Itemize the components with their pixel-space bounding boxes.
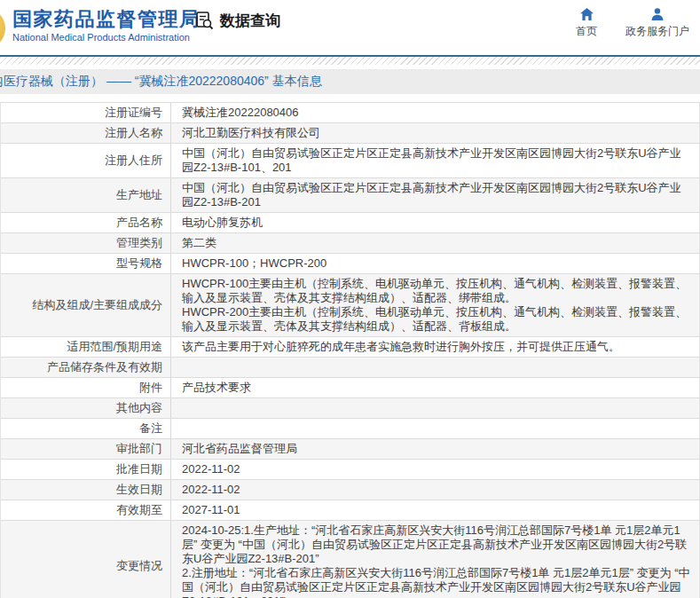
table-row: 有效期至2027-11-01 [1,500,699,521]
agency-title-cn: 国家药品监督管理局 [12,6,201,33]
row-label: 生产地址 [1,178,171,212]
user-icon [650,7,665,21]
row-label-text: 生产地址 [116,188,162,202]
row-label: 备注 [1,419,171,438]
row-label: 其他内容 [1,398,171,418]
row-value: 第二类 [171,233,699,253]
row-label: 注册证编号 [1,103,171,122]
breadcrumb-text: 内医疗器械（注册） —— “冀械注准20222080406” 基本信息 [0,74,322,90]
row-label-text: 注册人住所 [105,153,162,168]
row-label-text: 注册人名称 [105,126,162,140]
row-label-text: 有效期至 [116,503,162,517]
table-row: 注册证编号冀械注准20222080406 [1,103,699,123]
row-label: 审批部门 [1,439,171,459]
row-value: 中国（河北）自由贸易试验区正定片区正定县高新技术产业开发区南区园博园大街2号联东… [171,144,699,177]
row-value: 河北卫勤医疗科技有限公司 [171,123,699,143]
info-table: 注册证编号冀械注准20222080406注册人名称河北卫勤医疗科技有限公司注册人… [0,102,700,598]
nav-home-label: 首页 [576,24,597,39]
table-row: 结构及组成/主要组成成分HWCPR-100主要由主机（控制系统、电机驱动单元、按… [1,274,699,337]
row-label-text: 其他内容 [116,401,162,415]
hatch-pattern-band [0,57,700,65]
breadcrumb: 内医疗器械（注册） —— “冀械注准20222080406” 基本信息 [0,69,700,94]
row-label: 结构及组成/主要组成成分 [1,274,171,336]
row-label-text: 附件 [139,381,162,395]
table-row: 注册人住所中国（河北）自由贸易试验区正定片区正定县高新技术产业开发区南区园博园大… [1,144,699,178]
nav-portal[interactable]: 政务服务门户 [625,7,689,39]
row-value: 冀械注准20222080406 [171,103,699,122]
row-value: 2027-11-01 [171,500,699,520]
row-label-text: 审批部门 [116,442,162,456]
row-value: 河北省药品监督管理局 [171,439,699,459]
document-search-icon [193,10,215,31]
table-row: 其他内容 [1,398,699,419]
top-nav: 首页 政务服务门户 [570,7,689,39]
row-label: 产品储存条件及有效期 [1,358,171,377]
row-value: HWCPR-100主要由主机（控制系统、电机驱动单元、按压机构、通气机构、检测装… [171,274,699,336]
row-label: 产品名称 [1,213,171,232]
row-label: 生效日期 [1,480,171,500]
nav-home[interactable]: 首页 [570,7,602,39]
row-value: 2022-11-02 [171,460,699,479]
data-query-entry[interactable]: 数据查询 [193,10,280,31]
site-header: 国家药品监督管理局 National Medical Products Admi… [0,0,700,55]
data-query-label: 数据查询 [220,11,280,31]
table-row: 注册人名称河北卫勤医疗科技有限公司 [1,123,699,144]
row-value [171,358,699,377]
row-value: 2022-11-02 [171,480,699,500]
table-row: 生产地址中国（河北）自由贸易试验区正定片区正定县高新技术产业开发区南区园博园大街… [1,178,699,213]
row-label: 变更情况 [1,521,171,598]
table-row: 型号规格HWCPR-100；HWCPR-200 [1,254,699,274]
row-label-text: 适用范围/预期用途 [67,340,162,354]
agency-emblem-icon [0,8,5,49]
table-row: 附件产品技术要求 [1,378,699,398]
row-value [171,398,699,418]
row-label-text: 产品名称 [116,216,162,230]
row-value [171,419,699,438]
row-label: 适用范围/预期用途 [1,337,171,357]
row-value: 产品技术要求 [171,378,699,397]
table-row: 生效日期2022-11-02 [1,480,699,500]
table-row: 管理类别第二类 [1,233,699,254]
row-value: 中国（河北）自由贸易试验区正定片区正定县高新技术产业开发区南区园博园大街2号联东… [171,178,699,212]
table-row: 适用范围/预期用途该产品主要用于对心脏猝死的成年患者实施急救时进行胸外按压，并可… [1,337,699,358]
row-label-text: 注册证编号 [105,106,162,120]
row-label-text: 生效日期 [116,483,162,497]
row-label-text: 批准日期 [116,462,162,476]
row-label: 有效期至 [1,500,171,520]
nav-portal-label: 政务服务门户 [625,24,689,39]
row-label: 注册人住所 [1,144,171,177]
row-label: 管理类别 [1,233,171,253]
row-label-text: 管理类别 [116,236,162,250]
row-label-text: 结构及组成/主要组成成分 [32,298,162,312]
row-label-text: 变更情况 [116,559,162,573]
table-row: 审批部门河北省药品监督管理局 [1,439,699,460]
row-label-text: 型号规格 [116,256,162,271]
home-icon [579,7,594,21]
agency-title-en: National Medical Products Administration [12,32,190,43]
table-row: 产品名称电动心肺复苏机 [1,213,699,233]
row-label: 批准日期 [1,460,171,479]
table-row: 备注 [1,419,699,439]
row-value: 2024-10-25:1.生产地址：“河北省石家庄高新区兴安大街116号润江总部… [171,521,699,598]
row-label: 注册人名称 [1,123,171,143]
row-value: HWCPR-100；HWCPR-200 [171,254,699,273]
row-label: 附件 [1,378,171,397]
table-row: 批准日期2022-11-02 [1,460,699,480]
row-label: 型号规格 [1,254,171,273]
row-value: 该产品主要用于对心脏猝死的成年患者实施急救时进行胸外按压，并可提供正压通气。 [171,337,699,357]
spacer [0,94,700,102]
table-row: 产品储存条件及有效期 [1,358,699,378]
row-label-text: 备注 [139,421,162,436]
row-value: 电动心肺复苏机 [171,213,699,232]
table-row: 变更情况2024-10-25:1.生产地址：“河北省石家庄高新区兴安大街116号… [1,521,699,598]
row-label-text: 产品储存条件及有效期 [47,360,162,374]
